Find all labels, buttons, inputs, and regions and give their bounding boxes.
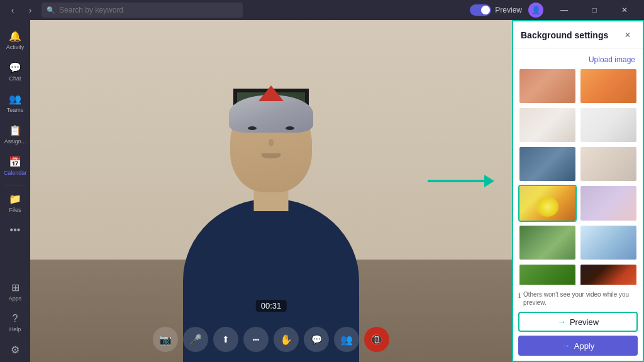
search-icon: 🔍	[47, 6, 55, 14]
sidebar-label-teams: Teams	[7, 107, 24, 113]
head	[230, 98, 312, 192]
more-dots-icon: •••	[10, 224, 21, 236]
search-container: 🔍	[42, 3, 243, 18]
bg-image-3	[519, 108, 575, 142]
nav-forward-button[interactable]: ›	[23, 3, 38, 18]
bg-image-6	[580, 147, 636, 181]
bg-image-11	[519, 265, 575, 285]
bg-thumb-2[interactable]	[579, 68, 638, 104]
sidebar-label-help: Help	[9, 326, 21, 332]
top-bar: ‹ › 🔍 Preview 👤 — □ ✕	[0, 0, 644, 20]
files-icon: 📁	[9, 193, 21, 205]
bg-image-8	[580, 186, 636, 220]
camera-button[interactable]: 📷	[153, 327, 178, 352]
background-grid	[518, 68, 638, 285]
bg-thumb-8[interactable]	[579, 185, 638, 221]
video-feed: 00:31	[30, 20, 512, 362]
bg-thumb-12[interactable]	[579, 263, 638, 285]
nav-controls: ‹ ›	[5, 3, 38, 18]
bg-thumb-6[interactable]	[579, 146, 638, 182]
arrow-line	[428, 175, 494, 187]
bg-image-9	[519, 226, 575, 260]
share-icon: ⬆	[222, 334, 230, 344]
chat-button[interactable]: 💬	[304, 327, 329, 352]
share-button[interactable]: ⬆	[213, 327, 238, 352]
nav-back-button[interactable]: ‹	[5, 3, 20, 18]
shirt-collar	[258, 85, 284, 101]
hand-icon: ✋	[280, 334, 292, 346]
sidebar-item-chat[interactable]: 💬 Chat	[1, 57, 29, 87]
mic-icon: 🎤	[189, 334, 202, 346]
bg-image-4	[580, 108, 636, 142]
panel-title: Background settings	[521, 30, 608, 40]
panel-close-button[interactable]: ×	[620, 28, 635, 43]
minimize-button[interactable]: —	[550, 0, 579, 20]
bg-thumb-9[interactable]	[518, 224, 577, 261]
search-input[interactable]	[42, 3, 243, 18]
apply-btn-label: Apply	[574, 341, 595, 351]
preview-toggle: Preview	[470, 4, 522, 16]
close-window-button[interactable]: ✕	[610, 0, 639, 20]
sidebar-label-apps: Apps	[9, 295, 22, 302]
upload-image-button[interactable]: Upload image	[518, 55, 638, 68]
bg-thumb-4[interactable]	[579, 107, 638, 143]
sidebar-label-assignments: Assign...	[4, 138, 26, 145]
raise-hand-button[interactable]: ✋	[274, 327, 299, 352]
arrow-shaft	[428, 180, 484, 182]
hangup-button[interactable]: 📵	[364, 327, 389, 352]
sidebar-label-calendar: Calendar	[4, 170, 27, 176]
sidebar-divider	[5, 185, 25, 185]
chat-ctrl-icon: 💬	[311, 334, 322, 344]
sidebar-label-chat: Chat	[9, 75, 21, 82]
apply-button[interactable]: → Apply	[518, 336, 638, 356]
sidebar-item-files[interactable]: 📁 Files	[1, 188, 29, 218]
call-controls: 📷 🎤 ⬆ ••• ✋ 💬 👥 📵	[30, 327, 512, 352]
sidebar-label-files: Files	[9, 207, 21, 213]
preview-label: Preview	[495, 6, 522, 14]
panel-header: Background settings ×	[513, 21, 643, 48]
bg-thumb-3[interactable]	[518, 107, 577, 143]
nose	[269, 139, 274, 146]
preview-action-button[interactable]: → Preview	[518, 312, 638, 332]
sidebar-item-help[interactable]: ? Help	[1, 308, 29, 337]
sidebar-item-assignments[interactable]: 📋 Assign...	[1, 119, 29, 150]
calendar-icon: 📅	[9, 156, 21, 168]
preview-btn-label: Preview	[570, 317, 599, 327]
activity-icon: 🔔	[9, 30, 21, 42]
more-icon: •••	[253, 336, 260, 343]
bg-image-12	[580, 265, 636, 285]
more-button[interactable]: •••	[243, 327, 269, 352]
bg-thumb-11[interactable]	[518, 263, 577, 285]
arrow-head	[484, 175, 494, 187]
preview-toggle-switch[interactable]	[470, 4, 491, 16]
top-bar-left: ‹ › 🔍	[5, 3, 243, 18]
bg-thumb-7[interactable]	[518, 185, 577, 221]
sidebar-item-more-dots[interactable]: •••	[1, 219, 29, 241]
teams-icon: 👥	[9, 93, 21, 105]
apply-arrow-icon: →	[562, 341, 570, 351]
sidebar-item-settings[interactable]: ⚙	[1, 339, 29, 361]
bg-thumb-10[interactable]	[579, 224, 638, 261]
people-button[interactable]: 👥	[334, 327, 359, 352]
panel-footer: ℹ Others won't see your video while you …	[513, 285, 643, 361]
bg-thumb-1[interactable]	[518, 68, 577, 104]
maximize-button[interactable]: □	[580, 0, 609, 20]
sidebar-item-teams[interactable]: 👥 Teams	[1, 88, 29, 118]
sidebar-item-apps[interactable]: ⊞ Apps	[1, 277, 29, 307]
call-timer: 00:31	[256, 300, 287, 312]
apps-icon: ⊞	[11, 282, 19, 293]
mic-button[interactable]: 🎤	[183, 327, 208, 352]
top-bar-right: Preview 👤 — □ ✕	[470, 0, 639, 20]
bg-image-2	[580, 69, 636, 103]
settings-icon: ⚙	[11, 344, 19, 356]
bg-thumb-5[interactable]	[518, 146, 577, 182]
bg-image-7	[519, 186, 575, 220]
sidebar-item-activity[interactable]: 🔔 Activity	[1, 25, 29, 55]
help-icon: ?	[13, 313, 18, 324]
assignments-icon: 📋	[9, 124, 21, 136]
preview-arrow-icon: →	[557, 317, 566, 327]
sidebar-item-calendar[interactable]: 📅 Calendar	[1, 151, 29, 181]
hangup-icon: 📵	[370, 334, 383, 346]
info-icon: ℹ	[518, 291, 521, 300]
footer-note-text: Others won't see your video while you pr…	[523, 290, 638, 307]
